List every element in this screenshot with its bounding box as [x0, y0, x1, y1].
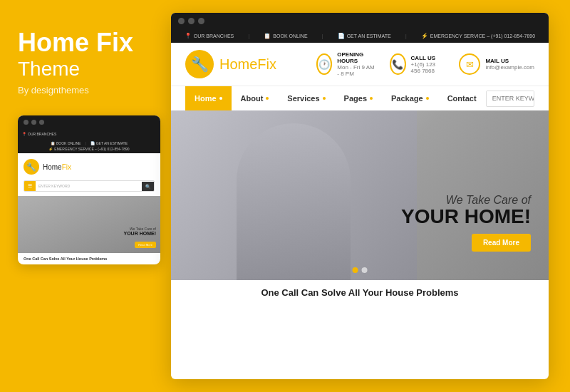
- preview-book: 📋 BOOK ONLINE | 📄 GET AN ESTIMATE: [51, 141, 128, 145]
- brand-by: By designthemes: [18, 85, 153, 96]
- browser-dot-green: [198, 18, 204, 24]
- right-panel: 📍 OUR BRANCHES | 📋 BOOK ONLINE | 📄 GET A…: [171, 0, 570, 392]
- person-silhouette: [237, 123, 351, 280]
- emergency-icon: ⚡: [421, 33, 428, 39]
- utility-branches: 📍 OUR BRANCHES: [185, 33, 234, 39]
- nav-dot-pages: [370, 97, 373, 100]
- browser-dot-red: [178, 18, 185, 24]
- hero-section: We Take Care of YOUR HOME! Read More: [171, 110, 549, 280]
- preview-bottom-text: One Call Can Solve All Your House Proble…: [18, 253, 160, 264]
- preview-logo-text: HomeFix: [43, 163, 71, 171]
- preview-emergency-icon: ⚡: [48, 147, 53, 151]
- nav-dot-about: [266, 97, 269, 100]
- preview-dot-2: [31, 120, 36, 125]
- book-icon: 📋: [264, 33, 271, 39]
- brand-name: Home Fix: [18, 29, 153, 57]
- hero-dots: [353, 267, 368, 273]
- location-icon: 📍: [185, 33, 192, 39]
- header-info: 🕐 OPENING HOURS Mon - Fri 9 AM - 8 PM 📞 …: [316, 51, 534, 77]
- preview-emergency: ⚡ EMERGENCY SERVICE – (+91) 012-854-7890: [48, 147, 129, 151]
- hero-dot-2[interactable]: [362, 267, 368, 273]
- brand-subtitle: Theme: [18, 57, 153, 81]
- nav-item-package[interactable]: Package: [382, 86, 438, 110]
- utility-emergency: ⚡ EMERGENCY SERVICE – (+91) 012-854-7890: [421, 33, 535, 39]
- preview-search[interactable]: ☰ ENTER KEYWORD 🔍: [24, 180, 155, 192]
- clock-icon: 🕐: [316, 53, 333, 75]
- preview-search-input[interactable]: ENTER KEYWORD: [36, 182, 142, 190]
- estimate-icon: 📄: [338, 33, 345, 39]
- preview-estimate-icon: 📄: [90, 141, 95, 145]
- browser-titlebar: [171, 13, 549, 29]
- preview-book-icon: 📋: [51, 141, 55, 145]
- bottom-teaser: One Call Can Solve All Your House Proble…: [171, 280, 549, 305]
- nav-search[interactable]: 🔍: [486, 91, 534, 107]
- nav-dot-services: [323, 97, 326, 100]
- mail-icon: ✉: [459, 53, 480, 75]
- logo-icon: 🔧: [185, 50, 214, 78]
- utility-bar: 📍 OUR BRANCHES | 📋 BOOK ONLINE | 📄 GET A…: [171, 29, 549, 43]
- brand-title: Home Fix Theme By designthemes: [18, 29, 153, 96]
- nav-item-contact[interactable]: Contact: [438, 86, 486, 110]
- preview-hero-bg: We Take Care of YOUR HOME! Read More: [18, 196, 160, 253]
- nav-item-home[interactable]: Home: [185, 86, 232, 110]
- preview-branches: 📍 OUR BRANCHES: [22, 132, 56, 136]
- hero-person: [171, 110, 417, 280]
- nav-item-services[interactable]: Services: [278, 86, 334, 110]
- utility-book[interactable]: 📋 BOOK ONLINE: [264, 33, 307, 39]
- utility-estimate[interactable]: 📄 GET AN ESTIMATE: [338, 33, 391, 39]
- preview-dots-bar: [18, 115, 160, 129]
- left-panel: Home Fix Theme By designthemes 📍 OUR BRA…: [0, 0, 171, 392]
- preview-topbar2: 📋 BOOK ONLINE | 📄 GET AN ESTIMATE ⚡ EMER…: [18, 139, 160, 153]
- preview-hero-text: We Take Care of YOUR HOME! Read More: [124, 227, 157, 249]
- preview-logo-icon: 🔧: [24, 159, 39, 175]
- nav-item-about[interactable]: About: [232, 86, 279, 110]
- search-input[interactable]: [487, 91, 534, 105]
- info-email: ✉ MAIL US info@example.com: [459, 51, 534, 77]
- preview-location-icon: 📍: [22, 132, 26, 136]
- hero-tagline2: YOUR HOME!: [401, 207, 531, 227]
- preview-logo-row: 🔧 HomeFix: [18, 153, 160, 177]
- preview-hero-cta[interactable]: Read More: [135, 242, 156, 248]
- preview-search-row: ☰ ENTER KEYWORD 🔍: [18, 177, 160, 196]
- hero-overlay: We Take Care of YOUR HOME! Read More: [401, 194, 531, 252]
- info-phone: 📞 CALL US +1(6) 123 456 7868: [390, 51, 446, 77]
- preview-hero: We Take Care of YOUR HOME! Read More: [18, 196, 160, 253]
- browser-window: 📍 OUR BRANCHES | 📋 BOOK ONLINE | 📄 GET A…: [171, 13, 549, 379]
- preview-search-btn[interactable]: 🔍: [142, 182, 154, 191]
- nav-dot-package: [426, 97, 429, 100]
- phone-icon: 📞: [390, 53, 405, 75]
- preview-card: 📍 OUR BRANCHES 📋 BOOK ONLINE | 📄 GET AN …: [18, 115, 160, 264]
- nav-bar: Home About Services Pages Package: [171, 86, 549, 110]
- nav-item-pages[interactable]: Pages: [335, 86, 382, 110]
- info-hours: 🕐 OPENING HOURS Mon - Fri 9 AM - 8 PM: [316, 51, 377, 77]
- preview-topbar: 📍 OUR BRANCHES: [18, 129, 160, 139]
- preview-dot-3: [39, 120, 44, 125]
- browser-dot-yellow: [188, 18, 195, 24]
- preview-dot-1: [24, 120, 28, 125]
- hero-dot-1[interactable]: [353, 267, 358, 273]
- nav-items: Home About Services Pages Package: [185, 86, 486, 110]
- nav-dot-home: [219, 97, 222, 100]
- site-logo: 🔧 HomeFix: [185, 50, 316, 78]
- hero-cta-button[interactable]: Read More: [472, 234, 531, 252]
- preview-search-menu-icon: ☰: [24, 181, 36, 191]
- site-header: 🔧 HomeFix 🕐 OPENING HOURS Mon - Fri 9 AM…: [171, 43, 549, 86]
- logo-text: HomeFix: [219, 56, 276, 73]
